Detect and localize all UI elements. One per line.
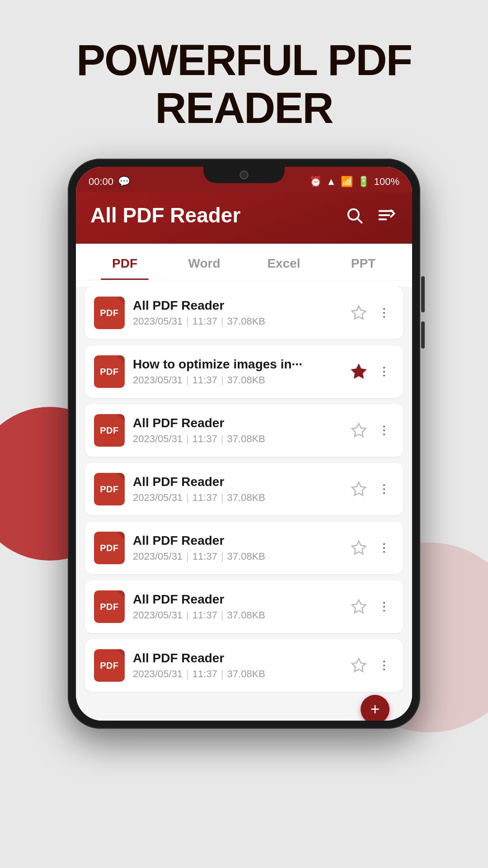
star-button[interactable]: [349, 420, 369, 440]
battery-icon: 🔋: [357, 176, 370, 188]
file-date: 2023/05/31: [133, 433, 183, 445]
star-button[interactable]: [349, 538, 369, 558]
list-item[interactable]: PDF All PDF Reader 2023/05/31 | 11:37 | …: [85, 463, 403, 515]
file-size: 37.08KB: [227, 492, 265, 504]
file-actions: [349, 303, 394, 323]
pdf-label: PDF: [100, 484, 119, 495]
file-meta: 2023/05/31 | 11:37 | 37.08KB: [133, 551, 341, 562]
svg-point-32: [383, 669, 385, 670]
separator: |: [186, 374, 189, 386]
file-name: All PDF Reader: [133, 533, 341, 548]
file-size: 37.08KB: [227, 374, 265, 386]
file-type-tabs: PDF Word Excel PPT: [76, 244, 412, 280]
list-item[interactable]: PDF All PDF Reader 2023/05/31 | 11:37 | …: [85, 639, 403, 692]
more-options-button[interactable]: [374, 362, 394, 382]
file-actions: [349, 656, 394, 675]
tab-pdf[interactable]: PDF: [85, 244, 164, 280]
svg-point-6: [383, 308, 385, 310]
list-item[interactable]: PDF All PDF Reader 2023/05/31 | 11:37 | …: [85, 522, 403, 574]
file-meta: 2023/05/31 | 11:37 | 37.08KB: [133, 433, 341, 445]
file-time: 11:37: [192, 609, 217, 621]
svg-point-22: [383, 543, 385, 545]
more-options-button[interactable]: [374, 538, 394, 558]
svg-point-31: [383, 665, 385, 666]
file-size: 37.08KB: [227, 433, 265, 445]
svg-point-14: [383, 426, 385, 428]
svg-marker-9: [352, 365, 366, 378]
pdf-label: PDF: [100, 308, 119, 318]
file-date: 2023/05/31: [133, 609, 183, 621]
list-item[interactable]: PDF All PDF Reader 2023/05/31 | 11:37 | …: [85, 404, 403, 457]
file-time: 11:37: [192, 433, 217, 445]
list-item[interactable]: PDF All PDF Reader 2023/05/31 | 11:37 | …: [85, 580, 403, 633]
volume-down-button: [421, 321, 425, 349]
file-meta: 2023/05/31 | 11:37 | 37.08KB: [133, 609, 341, 621]
svg-point-27: [383, 606, 385, 608]
file-meta: 2023/05/31 | 11:37 | 37.08KB: [133, 492, 341, 504]
file-name: All PDF Reader: [133, 416, 341, 430]
separator: |: [186, 492, 189, 504]
svg-marker-25: [352, 600, 366, 613]
status-time: 00:00: [89, 176, 113, 188]
file-actions: [349, 538, 394, 558]
search-button[interactable]: [343, 204, 365, 226]
svg-point-7: [383, 312, 385, 314]
tab-ppt[interactable]: PPT: [324, 244, 403, 280]
separator: |: [186, 316, 189, 327]
file-date: 2023/05/31: [133, 668, 183, 680]
pdf-label: PDF: [100, 367, 119, 377]
separator: |: [186, 433, 189, 445]
fab-area: +: [85, 698, 403, 721]
more-options-button[interactable]: [374, 656, 394, 675]
star-button[interactable]: [349, 362, 369, 382]
file-type-icon: PDF: [94, 355, 125, 388]
file-name: All PDF Reader: [133, 592, 341, 607]
svg-line-1: [358, 219, 362, 223]
star-button[interactable]: [349, 597, 369, 617]
sort-button[interactable]: [376, 204, 398, 226]
file-type-icon: PDF: [94, 532, 125, 564]
file-time: 11:37: [192, 492, 217, 504]
pdf-label: PDF: [100, 425, 119, 436]
star-button[interactable]: [349, 303, 369, 323]
separator: |: [221, 609, 224, 621]
more-options-button[interactable]: [374, 479, 394, 499]
star-button[interactable]: [349, 656, 369, 675]
battery-percent: 100%: [374, 176, 399, 188]
separator: |: [221, 433, 224, 445]
pdf-label: PDF: [100, 660, 119, 671]
more-options-button[interactable]: [374, 420, 394, 440]
pdf-label: PDF: [100, 602, 119, 612]
svg-marker-5: [352, 306, 366, 319]
signal-icon: 📶: [341, 176, 353, 188]
whatsapp-icon: 💬: [118, 176, 130, 188]
phone-mockup: 00:00 💬 ⏰ ▲ 📶 🔋 100% All: [68, 159, 420, 729]
file-type-icon: PDF: [94, 297, 125, 329]
svg-point-19: [383, 488, 385, 490]
star-button[interactable]: [349, 479, 369, 499]
tab-word[interactable]: Word: [164, 244, 244, 280]
add-fab-button[interactable]: +: [361, 695, 389, 721]
more-options-button[interactable]: [374, 303, 394, 323]
file-time: 11:37: [192, 316, 217, 327]
separator: |: [186, 609, 189, 621]
file-name: All PDF Reader: [133, 651, 341, 665]
svg-point-28: [383, 610, 385, 612]
file-meta: 2023/05/31 | 11:37 | 37.08KB: [133, 316, 341, 327]
list-item[interactable]: PDF All PDF Reader 2023/05/31 | 11:37 | …: [85, 287, 403, 339]
svg-point-11: [383, 371, 385, 373]
more-options-button[interactable]: [374, 597, 394, 617]
file-type-icon: PDF: [94, 590, 125, 623]
svg-marker-17: [352, 482, 366, 495]
file-time: 11:37: [192, 551, 217, 562]
separator: |: [221, 551, 224, 562]
file-time: 11:37: [192, 374, 217, 386]
tab-excel[interactable]: Excel: [244, 244, 324, 280]
file-info: All PDF Reader 2023/05/31 | 11:37 | 37.0…: [133, 533, 341, 562]
list-item[interactable]: PDF How to optimize images in··· 2023/05…: [85, 345, 403, 398]
file-size: 37.08KB: [227, 316, 265, 327]
separator: |: [221, 668, 224, 680]
file-name: All PDF Reader: [133, 475, 341, 489]
file-info: All PDF Reader 2023/05/31 | 11:37 | 37.0…: [133, 416, 341, 445]
file-date: 2023/05/31: [133, 316, 183, 327]
